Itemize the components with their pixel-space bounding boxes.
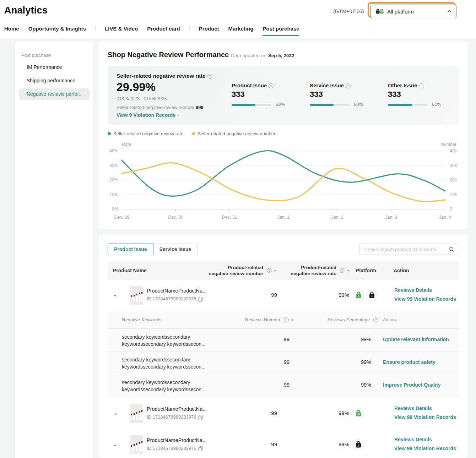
platform-dropdown[interactable]: ♪ All platform (370, 5, 456, 18)
issue-tabs: Product Issue Service Issue (108, 244, 198, 255)
issue-card-other: Other Issue? 333 60% (388, 66, 463, 125)
help-icon[interactable]: ? (346, 83, 351, 88)
improve-product-quality-link[interactable]: Improve Product Quality (383, 382, 441, 388)
nav-tab-home[interactable]: Home (4, 26, 19, 36)
issue-progress-bar (310, 104, 350, 106)
issue-card-service: Service Issue? 333 60% (310, 66, 384, 125)
expand-row-icon[interactable] (112, 442, 118, 448)
review-number-cell: 99 (209, 292, 277, 298)
col-negative-review-number: Product-relatednegative review number (192, 265, 263, 277)
issue-percent-label: 60% (276, 102, 285, 107)
product-thumbnail (130, 286, 143, 305)
reviews-details-link[interactable]: Reviews Details (394, 287, 456, 293)
copy-icon[interactable] (198, 446, 202, 451)
x-tick: Jan. 3 (385, 215, 397, 220)
nav-tab-marketing[interactable]: Marketing (228, 26, 253, 36)
issue-percent-label: 60% (432, 102, 441, 107)
product-thumbnail (130, 404, 143, 423)
view-violation-records-link[interactable]: View 99 Violation Records (394, 446, 456, 451)
timezone-label: (GTM+07:00) (333, 9, 364, 14)
subcol-reviews-number: Reviews Number ? ▲▼ (245, 317, 293, 322)
main-nav: Home Opportunity & Insights LIVE & Video… (4, 26, 299, 36)
table-row: ProductNameProductNa... ID:1728467898028… (108, 429, 459, 458)
page-title: Analytics (4, 5, 48, 16)
view-violation-records-link[interactable]: View 99 Violation Records (394, 296, 456, 302)
expand-row-icon[interactable] (112, 411, 118, 417)
reviews-details-link[interactable]: Reviews Details (394, 405, 456, 411)
help-icon[interactable]: ? (284, 317, 289, 322)
review-rate-cell: 99% (281, 292, 349, 298)
tab-product-issue[interactable]: Product Issue (108, 244, 153, 255)
nav-tab-product-card[interactable]: Product card (147, 26, 180, 36)
x-tick: Dec. 31 (222, 215, 237, 220)
y-tick-right: 10k (450, 192, 457, 197)
y-tick-left: 0% (102, 207, 118, 212)
reviews-details-link[interactable]: Reviews Details (394, 437, 456, 442)
sidebar: Post purchase IM Performance Shipping pe… (15, 42, 93, 458)
product-search-box[interactable] (359, 244, 458, 255)
review-rate-cell: 99% (281, 441, 349, 447)
rate-card-date-range: 01/03/2023 - 01/04/2023 (117, 96, 167, 101)
nav-tab-live-video[interactable]: LIVE & Video (105, 26, 138, 36)
product-name[interactable]: ProductNameProductNa... (147, 406, 207, 412)
sort-icon[interactable]: ▲▼ (291, 318, 293, 322)
copy-icon[interactable] (198, 297, 202, 301)
section-title: Shop Negative Review Performance (108, 51, 229, 59)
help-icon[interactable]: ? (419, 83, 424, 88)
collapse-row-icon[interactable] (112, 293, 118, 299)
sidebar-item-im-performance[interactable]: IM Performance (27, 64, 62, 70)
view-violation-records-link[interactable]: View 9 Violation Records› (117, 112, 179, 118)
updated-text: Data updated on (231, 53, 266, 58)
tab-service-issue[interactable]: Service Issue (153, 244, 198, 255)
sort-icon[interactable]: ▲▼ (347, 269, 350, 272)
product-id: ID:17284678980283976 (147, 446, 202, 451)
col-negative-review-rate: Product-relatednegative review rate (265, 265, 336, 277)
help-icon[interactable]: ? (269, 83, 274, 88)
nav-tab-post-purchase[interactable]: Post purchase (263, 26, 299, 36)
ensure-product-safety-link[interactable]: Ensure product safety (383, 359, 436, 365)
y-tick-right: 20k (450, 178, 457, 182)
col-product-name: Product Name (113, 268, 147, 273)
sidebar-item-shipping-performance[interactable]: Shipping performance (27, 78, 75, 83)
product-name[interactable]: ProductNameProductNa... (147, 288, 207, 294)
review-number-cell: 99 (209, 441, 277, 447)
subcol-reviews-percentage: Reviews Percentage ? (328, 317, 378, 322)
copy-icon[interactable] (198, 415, 202, 419)
chevron-right-icon: › (178, 112, 179, 118)
product-name[interactable]: ProductNameProductNa... (147, 437, 207, 443)
data-updated-label: Data updated onSep 5, 2022 (231, 53, 294, 58)
subcol-action: Action (383, 317, 396, 322)
update-relevant-information-link[interactable]: Update relevant information (383, 337, 449, 342)
help-icon[interactable]: ? (207, 74, 212, 79)
sidebar-item-negative-reviews[interactable]: Negative reviews perfor... (19, 88, 90, 100)
tokopedia-icon (353, 408, 364, 419)
chevron-up-icon (447, 9, 452, 14)
issue-label: Other Issue? (388, 82, 424, 88)
chart-legend: Seller-related negative review rate Sell… (108, 131, 275, 136)
platform-icons: ♪♪♪ (353, 439, 364, 451)
legend-dot-rate (108, 132, 111, 135)
col-action: Action (394, 268, 409, 273)
left-axis-title: Rate (122, 142, 131, 147)
top-bar: Analytics (GTM+07:00) ♪ All platform Hom… (0, 0, 476, 38)
issue-value: 333 (232, 90, 245, 99)
view-violation-records-link[interactable]: View 99 Violation Records (394, 414, 456, 420)
keyword-percentage: 99% (339, 337, 371, 342)
x-tick: Jan. 4 (439, 215, 451, 220)
keyword-text: secondary keywordssecondary keywordsseco… (122, 333, 216, 348)
y-tick-right: 0 (450, 207, 452, 212)
nav-tab-opportunity-insights[interactable]: Opportunity & Insights (28, 26, 86, 36)
search-input[interactable] (363, 247, 444, 252)
tiktok-shop-icon: ♪♪♪ (366, 290, 378, 301)
row-actions: Reviews Details View 99 Violation Record… (394, 287, 456, 302)
y-tick-left: 20% (102, 178, 118, 182)
issue-label: Service Issue? (310, 82, 351, 88)
legend-dot-number (192, 132, 195, 135)
help-icon[interactable]: ? (340, 268, 345, 273)
search-divider (446, 247, 446, 252)
nav-tab-product[interactable]: Product (199, 26, 219, 36)
search-icon[interactable] (449, 247, 454, 252)
keyword-row: secondary keywordssecondary keywordsseco… (108, 351, 459, 374)
platform-icons (353, 408, 364, 419)
help-icon[interactable]: ? (373, 317, 378, 322)
